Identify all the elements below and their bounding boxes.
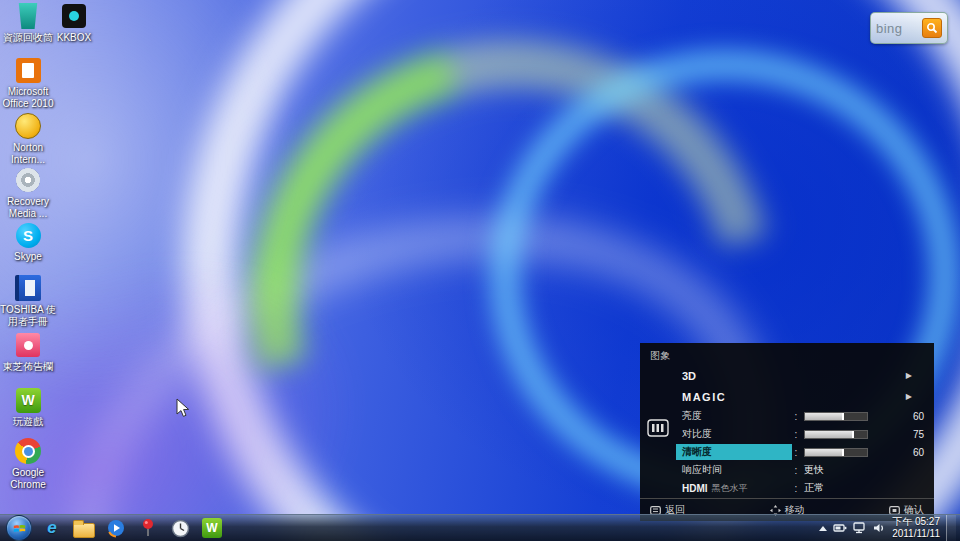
slider-value: 60 — [868, 411, 924, 422]
colon: : — [792, 447, 800, 458]
osd-row-sharpness[interactable]: 清晰度 : 60 — [676, 443, 924, 461]
osd-row-3d[interactable]: 3D ▶ — [676, 365, 924, 386]
skype-icon: S — [16, 221, 41, 249]
osd-row-label: MAGIC — [676, 389, 792, 405]
osd-row-label: 亮度 — [676, 408, 792, 424]
icon-label: Recovery Media ... — [0, 196, 56, 219]
recovery-disc-icon — [16, 166, 40, 194]
osd-row-label: 3D — [676, 368, 792, 384]
submenu-arrow-icon: ▶ — [906, 371, 912, 380]
contrast-slider[interactable] — [804, 430, 868, 439]
bing-search-gadget[interactable]: bing — [870, 12, 948, 44]
osd-row-label: HDMI黑色水平 — [676, 480, 792, 496]
osd-row-label: 响应时间 — [676, 462, 792, 478]
icon-label: 東芝佈告欄 — [3, 361, 53, 373]
clock-icon — [171, 519, 190, 538]
osd-row-value: 更快 — [804, 463, 824, 477]
hdmi-label: HDMI — [682, 483, 708, 494]
desktop-icon-kkbox[interactable]: KKBOX — [46, 2, 102, 44]
taskbar-pinned-app[interactable] — [132, 516, 164, 541]
taskbar-clock[interactable]: 下午 05:27 2011/11/11 — [892, 516, 940, 540]
slider-fill — [805, 449, 844, 456]
osd-title: 图象 — [650, 349, 670, 363]
icon-label: Microsoft Office 2010 — [0, 86, 56, 109]
games-w-icon: W — [202, 518, 222, 538]
picture-tab-icon — [647, 419, 669, 441]
slider-value: 75 — [868, 429, 924, 440]
desktop-icon-skype[interactable]: S Skype — [0, 221, 56, 263]
desktop-icon-bulletin-board[interactable]: 東芝佈告欄 — [0, 331, 56, 373]
osd-row-contrast[interactable]: 对比度 : 75 — [676, 425, 924, 443]
system-tray: 下午 05:27 2011/11/11 — [819, 515, 958, 541]
osd-row-hdmi-black-level[interactable]: HDMI黑色水平 : 正常 — [676, 479, 924, 497]
desktop-icon-recovery-media[interactable]: Recovery Media ... — [0, 166, 56, 219]
slider-fill — [805, 413, 844, 420]
taskbar-games-app[interactable]: W — [196, 516, 228, 541]
pushpin-icon — [140, 518, 156, 538]
desktop-icon-microsoft-office[interactable]: Microsoft Office 2010 — [0, 56, 56, 109]
osd-row-label-selected: 清晰度 — [676, 444, 792, 460]
taskbar-clock-utility[interactable] — [164, 516, 196, 541]
ie-icon: e — [47, 518, 56, 538]
battery-icon[interactable] — [833, 522, 847, 534]
slider-fill — [805, 431, 854, 438]
manual-book-icon — [15, 274, 41, 302]
folder-icon — [73, 523, 95, 538]
desktop-icon-games[interactable]: W 玩遊戲 — [0, 386, 56, 428]
show-desktop-button[interactable] — [946, 515, 956, 541]
start-button[interactable] — [6, 515, 32, 541]
slider-value: 60 — [868, 447, 924, 458]
taskbar: e W — [0, 514, 960, 541]
submenu-arrow-icon: ▶ — [906, 392, 912, 401]
network-icon[interactable] — [853, 522, 867, 534]
taskbar-date: 2011/11/11 — [892, 528, 940, 540]
bulletin-pin-icon — [16, 331, 40, 359]
desktop-icon-norton[interactable]: Norton Intern... — [0, 112, 56, 165]
kkbox-icon — [62, 2, 86, 30]
brightness-slider[interactable] — [804, 412, 868, 421]
bing-search-button[interactable] — [922, 18, 942, 38]
search-icon — [926, 22, 938, 34]
colon: : — [792, 411, 800, 422]
icon-label: Skype — [14, 251, 42, 263]
chrome-icon — [15, 437, 41, 465]
osd-row-magic[interactable]: MAGIC ▶ — [676, 386, 924, 407]
osd-rows: 3D ▶ MAGIC ▶ 亮度 : 60 对比度 : 75 清晰度 : — [676, 365, 924, 497]
taskbar-media-player[interactable] — [100, 516, 132, 541]
windows-logo-icon — [13, 522, 26, 535]
icon-label: Norton Intern... — [0, 142, 56, 165]
tray-hidden-icons-chevron[interactable] — [819, 526, 827, 531]
osd-row-response-time[interactable]: 响应时间 : 更快 — [676, 461, 924, 479]
colon: : — [792, 483, 800, 494]
taskbar-internet-explorer[interactable]: e — [36, 516, 68, 541]
taskbar-windows-explorer[interactable] — [68, 516, 100, 541]
taskbar-time: 下午 05:27 — [892, 516, 940, 528]
recycle-bin-icon — [17, 2, 39, 30]
osd-row-label: 对比度 — [676, 426, 792, 442]
office-icon — [16, 56, 41, 84]
games-icon: W — [16, 386, 41, 414]
norton-icon — [15, 112, 41, 140]
volume-icon[interactable] — [873, 522, 886, 534]
icon-label: TOSHIBA 使用者手冊 — [0, 304, 56, 327]
icon-label: KKBOX — [57, 32, 91, 44]
desktop-icon-google-chrome[interactable]: Google Chrome — [0, 437, 56, 490]
desktop-icon-toshiba-manual[interactable]: TOSHIBA 使用者手冊 — [0, 274, 56, 327]
monitor-osd-menu: 图象 3D ▶ MAGIC ▶ 亮度 : 60 — [640, 343, 934, 521]
icon-label: 玩遊戲 — [13, 416, 43, 428]
black-level-label: 黑色水平 — [712, 482, 748, 495]
colon: : — [792, 465, 800, 476]
bing-logo: bing — [876, 21, 903, 36]
colon: : — [792, 429, 800, 440]
sharpness-slider[interactable] — [804, 448, 868, 457]
osd-row-value: 正常 — [804, 481, 824, 495]
icon-label: Google Chrome — [0, 467, 56, 490]
desktop-screen: 資源回收筒 KKBOX Microsoft Office 2010 Norton… — [0, 0, 960, 541]
osd-row-brightness[interactable]: 亮度 : 60 — [676, 407, 924, 425]
media-player-icon — [106, 518, 126, 538]
